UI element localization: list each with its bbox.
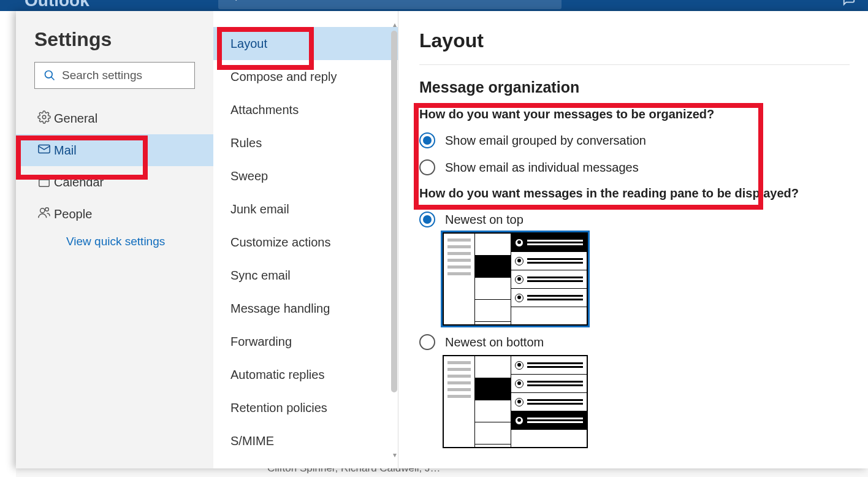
category-label: Calendar: [54, 175, 104, 189]
subnav-forwarding[interactable]: Forwarding: [213, 325, 398, 358]
category-label: Mail: [54, 143, 77, 158]
radio-icon: [419, 132, 435, 148]
subnav-automatic-replies[interactable]: Automatic replies: [213, 358, 398, 391]
preview-newest-on-top[interactable]: [443, 232, 588, 326]
radio-label: Show email as individual messages: [445, 161, 639, 175]
svg-point-13: [40, 208, 45, 212]
question-organization: How do you want your messages to be orga…: [419, 107, 850, 121]
category-label: General: [54, 112, 97, 126]
svg-point-2: [45, 71, 53, 78]
content-heading: Layout: [419, 29, 850, 65]
view-quick-settings-link[interactable]: View quick settings: [16, 235, 213, 248]
radio-icon: [419, 159, 435, 175]
svg-rect-5: [39, 145, 50, 153]
global-search[interactable]: Search: [218, 0, 562, 9]
subnav-smime[interactable]: S/MIME: [213, 424, 398, 457]
gear-icon: [34, 110, 54, 127]
settings-content-column: Layout Message organization How do you w…: [398, 11, 868, 468]
subnav-customize-actions[interactable]: Customize actions: [213, 226, 398, 259]
section-message-organization: Message organization: [419, 78, 850, 96]
settings-categories-column: Settings Search settings General Mail: [16, 11, 213, 468]
radio-newest-on-bottom[interactable]: Newest on bottom: [419, 334, 850, 350]
radio-label: Newest on top: [445, 213, 523, 227]
radio-label: Show email grouped by conversation: [445, 134, 646, 148]
people-icon: [34, 206, 54, 223]
app-brand: Outlook: [25, 0, 89, 10]
category-calendar[interactable]: Calendar: [16, 166, 213, 198]
svg-point-4: [42, 115, 46, 119]
radio-icon: [419, 334, 435, 350]
global-search-placeholder: Search: [246, 0, 281, 3]
settings-title: Settings: [16, 28, 213, 62]
preview-newest-on-bottom[interactable]: [443, 355, 588, 448]
question-reading-pane-display: How do you want messages in the reading …: [419, 186, 850, 200]
search-settings-placeholder: Search settings: [62, 69, 142, 82]
calendar-icon: [34, 174, 54, 191]
subnav-sweep[interactable]: Sweep: [213, 159, 398, 193]
category-people[interactable]: People: [16, 198, 213, 230]
search-icon: [227, 0, 238, 2]
scroll-down-icon[interactable]: ▾: [393, 451, 397, 459]
svg-point-14: [45, 207, 49, 211]
subnav-scrollbar[interactable]: [390, 31, 398, 399]
search-icon: [44, 69, 56, 82]
radio-label: Newest on bottom: [445, 335, 544, 349]
radio-icon: [419, 212, 435, 227]
settings-panel: Settings Search settings General Mail: [16, 11, 868, 468]
subnav-rules[interactable]: Rules: [213, 126, 398, 159]
subnav-attachments[interactable]: Attachments: [213, 93, 398, 126]
subnav-compose-and-reply[interactable]: Compose and reply: [213, 60, 398, 93]
svg-line-1: [234, 0, 237, 1]
subnav-layout[interactable]: Layout: [213, 27, 398, 60]
radio-newest-on-top[interactable]: Newest on top: [419, 212, 850, 227]
mail-icon: [34, 142, 54, 159]
settings-subnav-column: ▴ Layout Compose and reply Attachments R…: [213, 11, 398, 468]
topbar-right-text[interactable]: Teams call: [791, 0, 834, 2]
category-mail[interactable]: Mail: [16, 134, 213, 166]
app-topbar: Outlook Search Teams call: [0, 0, 868, 11]
scroll-up-icon[interactable]: ▴: [393, 20, 397, 29]
subnav-junk-email[interactable]: Junk email: [213, 193, 398, 226]
radio-grouped-by-conversation[interactable]: Show email grouped by conversation: [419, 132, 850, 148]
radio-individual-messages[interactable]: Show email as individual messages: [419, 159, 850, 175]
subnav-sync-email[interactable]: Sync email: [213, 259, 398, 292]
search-settings-input[interactable]: Search settings: [34, 62, 195, 89]
svg-line-3: [51, 77, 55, 80]
subnav-retention-policies[interactable]: Retention policies: [213, 391, 398, 424]
subnav-message-handling[interactable]: Message handling: [213, 292, 398, 325]
chat-icon[interactable]: [842, 0, 856, 9]
category-label: People: [54, 207, 92, 221]
category-general[interactable]: General: [16, 102, 213, 134]
svg-rect-6: [39, 176, 50, 186]
